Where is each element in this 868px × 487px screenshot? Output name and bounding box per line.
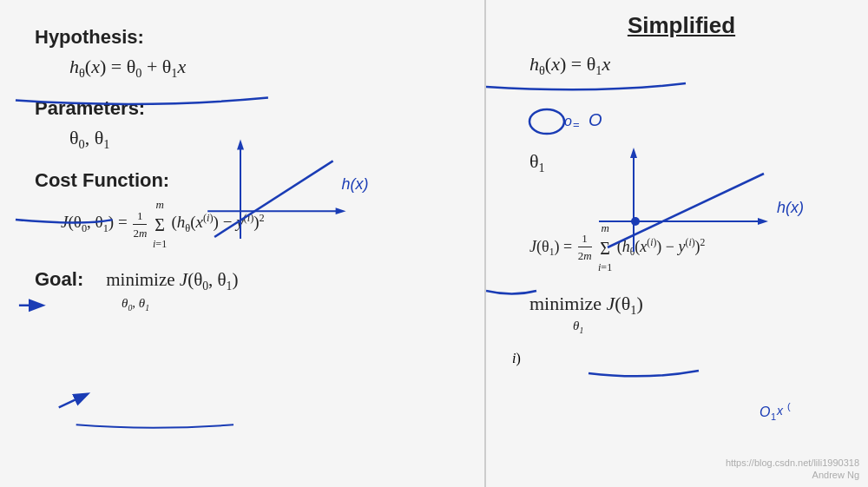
hypothesis-section: Hypothesis: hθ(x) = θ0 + θ1x: [35, 26, 458, 82]
right-parameter-formula: θ1: [529, 148, 545, 176]
right-goal-formula: minimize J(θ1): [529, 291, 643, 319]
svg-text:O: O: [760, 405, 770, 419]
svg-text:O: O: [589, 110, 602, 129]
right-goal-section: minimize J(θ1) θ1: [512, 291, 851, 335]
right-cost-section: J(θ1) = 1 2m m Σ i=1 (hθ(x(i)) − y(i))2: [512, 220, 851, 275]
svg-text:h(x): h(x): [777, 199, 804, 216]
right-hypothesis-section: hθ(x) = θ1x: [512, 51, 851, 79]
svg-text:=: =: [573, 118, 580, 131]
parameters-section: Parameters: θ0, θ1: [35, 97, 458, 153]
svg-text:o: o: [564, 114, 572, 128]
watermark-name: Andrew Ng: [812, 470, 859, 480]
parameters-label: Parameters:: [35, 97, 458, 120]
cost-formula: J(θ0, θ1) = 1 2m m Σ i=1 (hθ(x(i)): [61, 197, 265, 252]
svg-point-6: [529, 109, 564, 134]
cost-section: Cost Function: J(θ0, θ1) = 1 2m m Σ i=1: [35, 169, 458, 252]
simplified-title: Simplified: [512, 12, 851, 39]
left-panel: Hypothesis: hθ(x) = θ0 + θ1x Parameters:…: [0, 0, 486, 487]
hypothesis-formula: hθ(x) = θ0 + θ1x: [69, 54, 186, 82]
goal-section: Goal: minimize J(θ0, θ1) θ0, θ1: [35, 267, 458, 313]
goal-label: Goal:: [35, 268, 83, 291]
right-cost-formula: J(θ1) = 1 2m m Σ i=1 (hθ(x(i)) − y(i))2: [529, 220, 705, 275]
svg-text:x: x: [776, 404, 784, 418]
main-container: Hypothesis: hθ(x) = θ0 + θ1x Parameters:…: [0, 0, 868, 487]
watermark-url: https://blog.csdn.net/lili1990318: [726, 457, 859, 468]
right-parameter-section: θ1: [512, 148, 851, 176]
cost-label: Cost Function:: [35, 169, 458, 192]
right-hypothesis-formula: hθ(x) = θ1x: [529, 51, 610, 79]
parameters-formula: θ0, θ1: [69, 125, 109, 153]
svg-text:1: 1: [771, 411, 776, 422]
goal-formula: minimize J(θ0, θ1): [106, 267, 238, 294]
svg-text:(: (: [787, 401, 791, 411]
hypothesis-label: Hypothesis:: [35, 26, 458, 49]
right-panel: Simplified hθ(x) = θ1x θ1 J(θ1) = 1 2m: [486, 0, 868, 487]
